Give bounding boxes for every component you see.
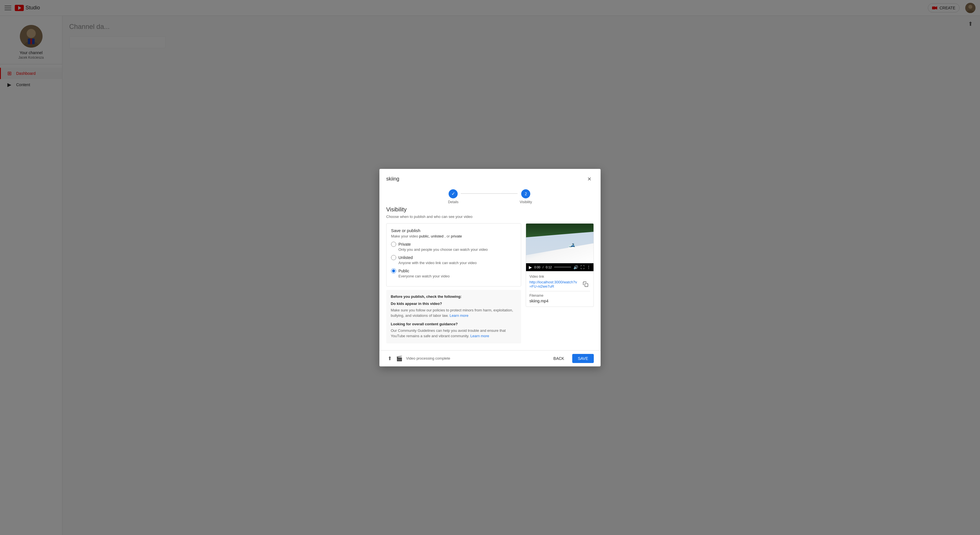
card-subtitle: Make your video public, unlisted , or pr… (391, 234, 490, 238)
radio-unlisted-desc: Anyone with the video link can watch you… (398, 261, 490, 265)
step-connector (461, 193, 490, 194)
visibility-title: Visibility (386, 206, 490, 213)
radio-row-unlisted: Unlisted (391, 255, 490, 260)
dialog-body: Visibility Choose when to publish and wh… (379, 206, 490, 268)
card-title: Save or publish (391, 228, 490, 233)
radio-option-private: Private Only you and people you choose c… (391, 242, 490, 252)
dialog-columns: Save or publish Make your video public, … (386, 223, 490, 268)
visibility-subtitle: Choose when to publish and who can see y… (386, 214, 490, 219)
radio-private-label: Private (398, 242, 411, 246)
dialog-title: skiing (386, 176, 399, 182)
step1-label: Details (448, 200, 458, 204)
radio-unlisted[interactable] (391, 255, 396, 260)
dialog-overlay: skiing ✕ Details 2 Visibility Visibility… (0, 0, 490, 268)
dialog-left-col: Save or publish Make your video public, … (386, 223, 490, 268)
radio-private[interactable] (391, 242, 396, 247)
visibility-private-bold: private (451, 234, 462, 238)
radio-private-desc: Only you and people you choose can watch… (398, 248, 490, 252)
dialog-header: skiing ✕ (379, 169, 490, 184)
radio-row-private: Private (391, 242, 490, 247)
upload-dialog: skiing ✕ Details 2 Visibility Visibility… (379, 169, 490, 268)
stepper: Details 2 Visibility (379, 184, 490, 206)
visibility-card: Save or publish Make your video public, … (386, 223, 490, 268)
step1-circle (449, 189, 458, 198)
radio-unlisted-label: Unlisted (398, 255, 413, 260)
radio-option-unlisted: Unlisted Anyone with the video link can … (391, 255, 490, 265)
step-details: Details (448, 189, 458, 204)
visibility-options-bold: public, unlisted (419, 234, 445, 238)
